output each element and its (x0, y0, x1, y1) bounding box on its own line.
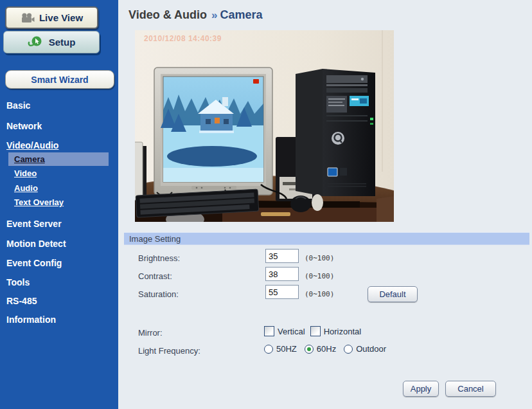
live-view-button[interactable]: Live View (5, 6, 98, 29)
sidebar: Live View Setup Smart Wizard Basic Netwo… (0, 0, 118, 409)
brightness-label: Brightness: (138, 253, 180, 263)
page-title: Camera (220, 8, 262, 21)
sidebar-item-tools[interactable]: Tools (6, 277, 30, 287)
sidebar-item-audio[interactable]: Audio (14, 183, 38, 193)
sidebar-item-basic[interactable]: Basic (6, 100, 30, 111)
mirror-vertical-checkbox[interactable] (264, 326, 274, 336)
sidebar-item-video[interactable]: Video (14, 168, 37, 178)
light-50hz-radio[interactable] (264, 345, 273, 354)
sidebar-item-camera[interactable]: Camera (8, 152, 109, 166)
camera-setup-page: Live View Setup Smart Wizard Basic Netwo… (0, 0, 532, 409)
sidebar-item-information[interactable]: Information (6, 314, 56, 325)
sidebar-item-rs-485[interactable]: RS-485 (6, 296, 37, 306)
light-60hz-radio[interactable] (305, 345, 314, 354)
saturation-label: Saturation: (138, 289, 179, 299)
setup-pointer-icon (28, 35, 44, 50)
saturation-range-hint: (0~100) (305, 290, 334, 298)
sidebar-item-video-audio[interactable]: Video/Audio (6, 140, 58, 150)
breadcrumb-section: Video & Audio (129, 8, 207, 21)
mirror-vertical-label: Vertical (278, 327, 305, 336)
timestamp-overlay: 2010/12/08 14:40:39 (144, 34, 222, 43)
contrast-label: Contrast: (138, 271, 172, 281)
setup-button[interactable]: Setup (3, 31, 100, 53)
sidebar-item-camera-label: Camera (8, 154, 45, 164)
cancel-button[interactable]: Cancel (445, 381, 496, 397)
smart-wizard-label: Smart Wizard (31, 75, 88, 85)
mirror-horizontal-checkbox[interactable] (310, 326, 321, 336)
mirror-label: Mirror: (138, 328, 163, 338)
sidebar-item-text-overlay[interactable]: Text Overlay (14, 197, 64, 207)
contrast-range-hint: (0~100) (305, 272, 334, 280)
contrast-input[interactable] (265, 267, 299, 281)
default-button[interactable]: Default (368, 286, 418, 302)
camera-preview: 2010/12/08 14:40:39 (135, 30, 394, 222)
light-outdoor-radio[interactable] (344, 345, 353, 354)
light-60hz-label: 60Hz (317, 344, 336, 354)
light-50hz-label: 50HZ (276, 344, 297, 354)
light-frequency-options: 50HZ 60Hz Outdoor (264, 344, 394, 354)
brightness-range-hint: (0~100) (305, 254, 334, 262)
smart-wizard-button[interactable]: Smart Wizard (5, 70, 114, 89)
light-frequency-label: Light Frequency: (138, 346, 200, 356)
chevron-separator-icon: » (207, 9, 220, 21)
sidebar-item-event-config[interactable]: Event Config (6, 258, 62, 268)
video-camera-icon (21, 13, 35, 23)
brightness-input[interactable] (265, 249, 299, 263)
image-setting-section-header: Image Setting (124, 232, 529, 245)
camera-preview-image (135, 30, 394, 222)
breadcrumb: Video & Audio»Camera (129, 8, 263, 22)
apply-button[interactable]: Apply (403, 381, 439, 397)
light-outdoor-label: Outdoor (356, 344, 386, 354)
setup-label: Setup (49, 37, 76, 48)
live-view-label: Live View (39, 12, 83, 23)
mirror-horizontal-label: Horizontal (324, 327, 362, 336)
mirror-options: Vertical Horizontal (264, 326, 369, 336)
sidebar-item-motion-detect[interactable]: Motion Detect (6, 239, 66, 249)
saturation-input[interactable] (265, 285, 299, 299)
sidebar-item-network[interactable]: Network (6, 121, 42, 131)
sidebar-item-event-server[interactable]: Event Server (6, 219, 62, 229)
